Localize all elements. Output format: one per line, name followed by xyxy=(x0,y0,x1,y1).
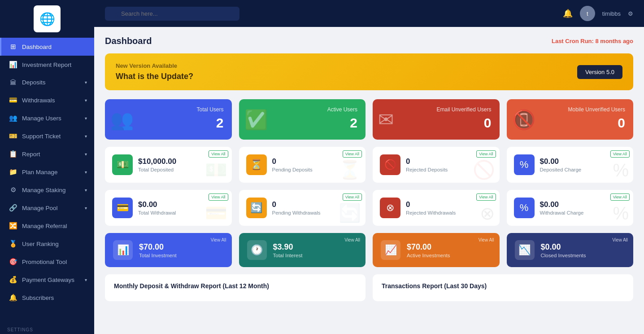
nav-label-plan-manage: Plan Manage xyxy=(22,169,58,176)
view-all-rejected-deposits[interactable]: View All xyxy=(476,150,496,158)
sidebar-item-manage-pool[interactable]: 🔗 Manage Pool ▾ xyxy=(0,199,94,217)
nav-icon-plan-manage: 📁 xyxy=(9,168,17,176)
sidebar: 🌐 ⊞ Dashboard 📊 Investment Report 🏛 Depo… xyxy=(0,0,94,334)
sidebar-item-manage-referral[interactable]: 🔀 Manage Referral xyxy=(0,217,94,235)
mini-card-deposited-charge: % $0.00 Deposited Charge View All % xyxy=(507,147,634,183)
view-all-rejected-withdrawals[interactable]: View All xyxy=(476,193,496,201)
mini-icon-total-withdrawal: 💳 xyxy=(112,198,133,218)
nav-label-manage-users: Manage Users xyxy=(22,115,61,122)
view-all-inv-total-interest[interactable]: View All xyxy=(344,237,360,242)
sidebar-item-subscribers[interactable]: 🔔 Subscribers xyxy=(0,289,94,307)
mini-card-rejected-withdrawals: ⊗ 0 Rejected Withdrawals View All ⊗ xyxy=(373,190,500,226)
nav-arrow-deposits: ▾ xyxy=(85,80,87,85)
stat-icon-email-unverified: ✉ xyxy=(378,109,394,131)
bg-icon-total-deposited: 💵 xyxy=(205,159,227,180)
inv-value-total-investment: $70.00 xyxy=(139,242,177,252)
view-all-withdrawal-charge[interactable]: View All xyxy=(610,193,630,201)
sidebar-item-withdrawals[interactable]: 💳 Withdrawals ▾ xyxy=(0,91,94,109)
avatar[interactable]: t xyxy=(580,6,595,21)
mini-card-total-withdrawal: 💳 $0.00 Total Withdrawal View All 💳 xyxy=(105,190,232,226)
bg-icon-pending-deposits: ⏳ xyxy=(339,159,361,180)
nav-icon-user-ranking: 🏅 xyxy=(9,240,17,248)
stat-icon-total-users: 👥 xyxy=(110,109,134,131)
bottom-card-title-transactions-report: Transactions Report (Last 30 Days) xyxy=(382,282,624,290)
invest-card-closed-investments: 📉 $0.00 Closed Investments View All xyxy=(507,233,634,267)
bg-icon-total-withdrawal: 💳 xyxy=(205,202,227,224)
nav-label-manage-staking: Manage Staking xyxy=(22,187,66,193)
inv-label-total-interest: Total Interest xyxy=(273,253,303,258)
sidebar-item-plan-manage[interactable]: 📁 Plan Manage ▾ xyxy=(0,163,94,181)
stat-label-email-unverified: Email Unverified Users xyxy=(381,106,492,113)
sidebar-item-support-ticket[interactable]: 🎫 Support Ticket ▾ xyxy=(0,127,94,145)
cron-value: 8 months ago xyxy=(595,38,633,44)
header-right: 🔔 t timibbs ⚙ xyxy=(563,6,633,21)
stat-cards-row: 👥 Total Users 2 ✅ Active Users 2 ✉ Email… xyxy=(105,99,633,140)
avatar-initial: t xyxy=(587,10,588,17)
nav-icon-deposits: 🏛 xyxy=(9,79,17,86)
withdrawal-cards-row: 💳 $0.00 Total Withdrawal View All 💳 🔄 0 … xyxy=(105,190,633,226)
bottom-card-title-monthly-report: Monthly Deposit & Withdraw Report (Last … xyxy=(114,282,357,290)
view-all-total-withdrawal[interactable]: View All xyxy=(209,193,228,201)
nav-icon-manage-referral: 🔀 xyxy=(9,222,17,230)
sidebar-item-investment-report[interactable]: 📊 Investment Report xyxy=(0,56,94,74)
mini-icon-total-deposited: 💵 xyxy=(112,154,133,175)
nav-arrow-plan-manage: ▾ xyxy=(85,170,87,175)
cron-label: Last Cron Run: xyxy=(552,38,594,44)
nav-icon-subscribers: 🔔 xyxy=(9,294,17,302)
stat-icon-active-users: ✅ xyxy=(244,109,268,131)
sidebar-item-manage-users[interactable]: 👥 Manage Users ▾ xyxy=(0,109,94,127)
sidebar-item-user-ranking[interactable]: 🏅 User Ranking xyxy=(0,235,94,253)
mini-icon-pending-deposits: ⏳ xyxy=(246,154,267,175)
stat-icon-mobile-unverified: 📵 xyxy=(512,109,535,131)
invest-card-total-interest: 🕐 $3.90 Total Interest View All xyxy=(239,233,366,267)
sidebar-logo: 🌐 xyxy=(0,0,94,38)
version-button[interactable]: Version 5.0 xyxy=(577,65,622,79)
view-all-deposited-charge[interactable]: View All xyxy=(610,150,630,158)
sidebar-item-deposits[interactable]: 🏛 Deposits ▾ xyxy=(0,74,94,91)
stat-card-mobile-unverified: 📵 Mobile Unverified Users 0 xyxy=(507,99,634,140)
mini-icon-pending-withdrawals: 🔄 xyxy=(246,198,267,218)
mini-icon-rejected-withdrawals: ⊗ xyxy=(380,198,400,218)
stat-card-active-users: ✅ Active Users 2 xyxy=(239,99,366,140)
banner-top-text: New Version Available xyxy=(116,62,193,69)
notification-bell[interactable]: 🔔 xyxy=(563,9,573,18)
nav-icon-investment-report: 📊 xyxy=(9,61,17,69)
inv-value-total-interest: $3.90 xyxy=(273,242,303,252)
view-all-inv-closed-investments[interactable]: View All xyxy=(612,237,628,242)
nav-icon-manage-pool: 🔗 xyxy=(9,204,17,212)
view-all-inv-total-investment[interactable]: View All xyxy=(211,237,226,242)
sidebar-item-manage-staking[interactable]: ⚙ Manage Staking ▾ xyxy=(0,181,94,199)
inv-label-closed-investments: Closed Investments xyxy=(541,253,586,258)
nav-label-investment-report: Investment Report xyxy=(22,62,71,68)
header: 🔍 🔔 t timibbs ⚙ xyxy=(94,0,644,27)
nav-arrow-support-ticket: ▾ xyxy=(85,134,87,139)
investment-cards-row: 📊 $70.00 Total Investment View All 🕐 $3.… xyxy=(105,233,633,267)
nav-label-subscribers: Subscribers xyxy=(22,294,54,301)
mini-card-pending-withdrawals: 🔄 0 Pending Withdrawals View All 🔄 xyxy=(239,190,366,226)
nav-label-dashboard: Dashboard xyxy=(22,44,52,50)
nav-arrow-manage-staking: ▾ xyxy=(85,188,87,193)
view-all-total-deposited[interactable]: View All xyxy=(209,150,228,158)
search-input[interactable] xyxy=(105,7,239,21)
update-banner: New Version Available What is the Update… xyxy=(105,53,633,90)
inv-icon-total-interest: 🕐 xyxy=(247,240,267,260)
bg-icon-rejected-withdrawals: ⊗ xyxy=(480,203,495,224)
nav-label-report: Report xyxy=(22,151,40,158)
view-all-pending-withdrawals[interactable]: View All xyxy=(343,193,362,201)
view-all-inv-active-investments[interactable]: View All xyxy=(479,237,494,242)
view-all-pending-deposits[interactable]: View All xyxy=(343,150,362,158)
nav-label-withdrawals: Withdrawals xyxy=(22,97,55,104)
bg-icon-withdrawal-charge: % xyxy=(613,203,629,224)
user-settings-icon[interactable]: ⚙ xyxy=(628,10,633,17)
content-area: Dashboard Last Cron Run: 8 months ago Ne… xyxy=(94,27,644,334)
banner-text: New Version Available What is the Update… xyxy=(116,62,193,81)
username-label[interactable]: timibbs xyxy=(602,10,621,17)
mini-icon-deposited-charge: % xyxy=(514,154,535,175)
inv-label-total-investment: Total Investment xyxy=(139,253,177,258)
sidebar-item-dashboard[interactable]: ⊞ Dashboard xyxy=(0,38,94,56)
sidebar-item-promotional-tool[interactable]: 🎯 Promotional Tool xyxy=(0,253,94,271)
sidebar-nav: ⊞ Dashboard 📊 Investment Report 🏛 Deposi… xyxy=(0,38,94,323)
sidebar-item-payment-gateways[interactable]: 💰 Payment Gateways ▾ xyxy=(0,271,94,289)
sidebar-item-report[interactable]: 📋 Report ▾ xyxy=(0,145,94,163)
invest-card-active-investments: 📈 $70.00 Active Investments View All xyxy=(373,233,500,267)
